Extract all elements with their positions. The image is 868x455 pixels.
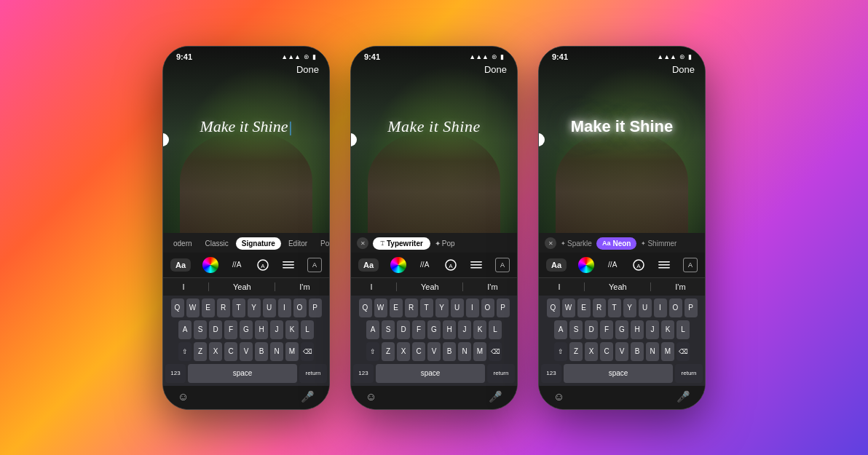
key-b-1[interactable]: B — [255, 342, 268, 361]
text-style-icon-1[interactable]: //A — [229, 258, 244, 272]
key-c-1[interactable]: C — [224, 342, 237, 361]
key-m-1[interactable]: M — [285, 342, 299, 361]
key-space-2[interactable]: space — [376, 364, 485, 383]
tab-typewriter-active-2[interactable]: 𝚃 Typewriter — [373, 237, 430, 250]
key-return-2[interactable]: return — [487, 364, 515, 383]
tab-shimmer-3[interactable]: ✦ Shimmer — [641, 240, 676, 248]
key-c-3[interactable]: C — [600, 342, 613, 361]
key-o-1[interactable]: O — [293, 298, 307, 317]
key-n-3[interactable]: N — [646, 342, 659, 361]
key-e-2[interactable]: E — [390, 298, 403, 317]
key-delete-2[interactable]: ⌫ — [489, 342, 502, 361]
key-delete-3[interactable]: ⌫ — [676, 342, 690, 361]
key-k-1[interactable]: K — [285, 320, 299, 339]
key-s-3[interactable]: S — [569, 320, 583, 339]
key-s-2[interactable]: S — [382, 320, 395, 339]
case-icon-3[interactable]: A — [683, 258, 698, 272]
tab-close-3[interactable]: ✕ — [545, 237, 556, 249]
suggestion-yeah-3[interactable]: Yeah — [609, 281, 627, 293]
key-b-3[interactable]: B — [631, 342, 644, 361]
key-y-1[interactable]: Y — [248, 298, 261, 317]
done-button-1[interactable]: Done — [296, 64, 319, 75]
key-123-3[interactable]: 123 — [541, 364, 561, 383]
key-c-2[interactable]: C — [412, 342, 425, 361]
key-d-1[interactable]: D — [209, 320, 222, 339]
key-f-2[interactable]: F — [412, 320, 425, 339]
suggestion-im-1[interactable]: I'm — [299, 281, 309, 293]
key-e-1[interactable]: E — [202, 298, 215, 317]
font-size-btn-2[interactable]: Aa — [358, 258, 379, 272]
key-b-2[interactable]: B — [443, 342, 456, 361]
emoji-icon-3[interactable]: ☺ — [553, 390, 564, 403]
suggestion-i-3[interactable]: I — [558, 281, 560, 293]
text-style-icon-3[interactable]: //A — [605, 258, 620, 272]
key-z-3[interactable]: Z — [569, 342, 583, 361]
key-r-3[interactable]: R — [593, 298, 606, 317]
tab-sparkle-3[interactable]: ✦ Sparkle — [561, 240, 592, 248]
menu-icon-2[interactable] — [469, 258, 484, 272]
tab-pos-1[interactable]: Pos — [315, 237, 329, 250]
key-d-2[interactable]: D — [397, 320, 410, 339]
suggestion-i-1[interactable]: I — [182, 281, 184, 293]
key-f-3[interactable]: F — [600, 320, 613, 339]
key-u-3[interactable]: U — [639, 298, 652, 317]
key-x-1[interactable]: X — [209, 342, 222, 361]
key-m-3[interactable]: M — [661, 342, 674, 361]
key-123-2[interactable]: 123 — [353, 364, 374, 383]
key-r-1[interactable]: R — [217, 298, 230, 317]
key-w-1[interactable]: W — [186, 298, 200, 317]
mic-icon-2[interactable]: 🎤 — [489, 390, 502, 403]
key-n-1[interactable]: N — [270, 342, 283, 361]
key-v-3[interactable]: V — [615, 342, 628, 361]
key-g-2[interactable]: G — [427, 320, 441, 339]
key-x-2[interactable]: X — [397, 342, 410, 361]
key-w-2[interactable]: W — [374, 298, 387, 317]
suggestion-yeah-1[interactable]: Yeah — [233, 281, 251, 293]
key-q-1[interactable]: Q — [171, 298, 184, 317]
menu-icon-1[interactable] — [281, 258, 296, 272]
key-a-1[interactable]: A — [178, 320, 192, 339]
key-p-3[interactable]: P — [684, 298, 698, 317]
emoji-icon-2[interactable]: ☺ — [366, 390, 376, 403]
suggestion-im-3[interactable]: I'm — [675, 281, 685, 293]
key-h-3[interactable]: H — [631, 320, 644, 339]
suggestion-im-2[interactable]: I'm — [487, 281, 497, 293]
key-d-3[interactable]: D — [585, 320, 598, 339]
case-icon-2[interactable]: A — [495, 258, 510, 272]
key-t-3[interactable]: T — [608, 298, 621, 317]
key-z-2[interactable]: Z — [382, 342, 395, 361]
key-u-1[interactable]: U — [263, 298, 276, 317]
key-delete-1[interactable]: ⌫ — [301, 342, 314, 361]
key-o-3[interactable]: O — [669, 298, 682, 317]
text-style-icon-2[interactable]: //A — [417, 258, 432, 272]
tab-editor-1[interactable]: Editor — [283, 237, 313, 250]
key-s-1[interactable]: S — [194, 320, 207, 339]
key-i-2[interactable]: I — [466, 298, 479, 317]
key-z-1[interactable]: Z — [194, 342, 207, 361]
key-k-3[interactable]: K — [661, 320, 674, 339]
key-f-1[interactable]: F — [224, 320, 237, 339]
tab-close-2[interactable]: ✕ — [357, 237, 368, 249]
color-picker-3[interactable] — [578, 257, 594, 273]
key-y-3[interactable]: Y — [623, 298, 636, 317]
key-l-1[interactable]: L — [301, 320, 314, 339]
key-t-2[interactable]: T — [420, 298, 433, 317]
mic-icon-1[interactable]: 🎤 — [301, 390, 315, 403]
key-h-2[interactable]: H — [443, 320, 456, 339]
key-i-3[interactable]: I — [654, 298, 667, 317]
tab-neon-active-3[interactable]: Aa Neon — [596, 237, 637, 250]
tab-pop-2[interactable]: ✦ Pop — [435, 240, 455, 248]
key-l-3[interactable]: L — [676, 320, 690, 339]
key-space-3[interactable]: space — [564, 364, 673, 383]
key-p-1[interactable]: P — [309, 298, 322, 317]
menu-icon-3[interactable] — [657, 258, 671, 272]
key-return-1[interactable]: return — [299, 364, 327, 383]
key-e-3[interactable]: E — [577, 298, 591, 317]
key-123-1[interactable]: 123 — [165, 364, 186, 383]
key-x-3[interactable]: X — [585, 342, 598, 361]
mic-icon-3[interactable]: 🎤 — [676, 390, 690, 403]
key-q-2[interactable]: Q — [359, 298, 372, 317]
tab-modern-1[interactable]: odern — [167, 237, 198, 250]
key-h-1[interactable]: H — [255, 320, 268, 339]
key-j-1[interactable]: J — [270, 320, 283, 339]
